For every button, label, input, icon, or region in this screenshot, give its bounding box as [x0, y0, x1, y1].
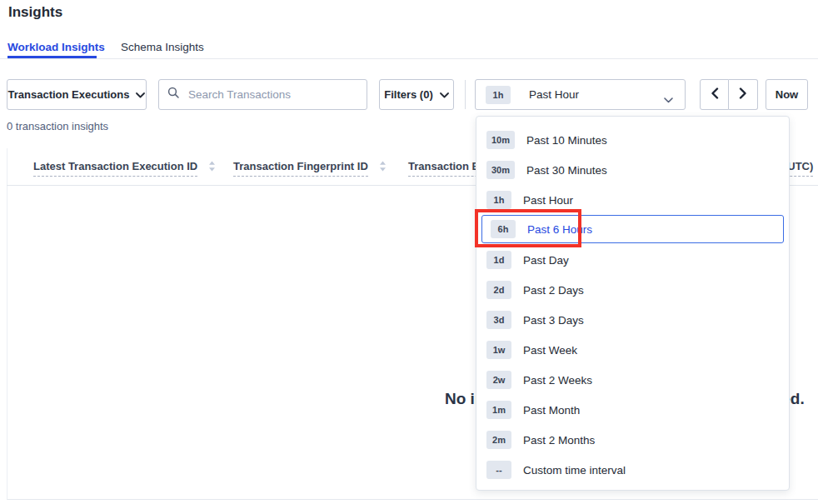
column-header-latest-transaction-execution-id[interactable]: Latest Transaction Execution ID — [33, 160, 216, 177]
page-title: Insights — [8, 4, 62, 21]
execution-type-select-label: Transaction Executions — [8, 88, 130, 101]
previous-interval-button[interactable] — [700, 79, 729, 110]
time-option-badge: 2m — [486, 431, 511, 449]
time-interval-label: Past Hour — [529, 88, 579, 101]
time-option-past-2-days[interactable]: 2d Past 2 Days — [476, 275, 789, 305]
search-box[interactable] — [158, 79, 367, 110]
time-option-badge: 3d — [486, 311, 511, 329]
time-option-badge: 1h — [486, 191, 511, 209]
time-option-past-2-weeks[interactable]: 2w Past 2 Weeks — [476, 365, 789, 395]
filters-button[interactable]: Filters (0) — [379, 79, 454, 110]
time-interval-dropdown: 10m Past 10 Minutes 30m Past 30 Minutes … — [476, 116, 790, 491]
time-option-past-hour[interactable]: 1h Past Hour — [476, 185, 789, 215]
column-header-transaction-fingerprint-id[interactable]: Transaction Fingerprint ID — [233, 160, 387, 177]
time-option-past-2-months[interactable]: 2m Past 2 Months — [476, 425, 789, 455]
insights-count: 0 transaction insights — [7, 120, 108, 132]
sort-arrows-icon[interactable] — [379, 161, 387, 174]
time-option-badge: 1m — [486, 401, 511, 419]
insights-page: Insights Workload Insights Schema Insigh… — [0, 0, 818, 504]
time-option-badge: 2d — [486, 281, 511, 299]
time-option-badge: 2w — [486, 371, 511, 389]
execution-type-select[interactable]: Transaction Executions — [7, 79, 147, 110]
time-option-past-6-hours[interactable]: 6h Past 6 Hours — [481, 215, 784, 243]
time-nav-group — [700, 79, 758, 110]
chevron-right-icon — [739, 87, 747, 102]
chevron-down-icon — [664, 93, 673, 106]
filters-button-label: Filters (0) — [384, 88, 433, 101]
time-option-past-3-days[interactable]: 3d Past 3 Days — [476, 305, 789, 335]
time-interval-select[interactable]: 1h Past Hour — [475, 79, 686, 110]
time-option-badge: 10m — [486, 131, 515, 149]
chevron-down-icon — [136, 88, 145, 101]
time-option-custom-interval[interactable]: -- Custom time interval — [476, 455, 789, 485]
time-option-badge: 1w — [486, 341, 511, 359]
now-button-label: Now — [776, 88, 798, 101]
time-option-past-month[interactable]: 1m Past Month — [476, 395, 789, 425]
tab-schema-insights[interactable]: Schema Insights — [121, 41, 204, 53]
tab-workload-insights[interactable]: Workload Insights — [7, 41, 105, 53]
time-option-badge: 1d — [486, 251, 511, 269]
sort-arrows-icon[interactable] — [208, 161, 216, 174]
now-button[interactable]: Now — [766, 79, 808, 110]
tabs-divider — [0, 58, 818, 59]
time-option-past-10-minutes[interactable]: 10m Past 10 Minutes — [476, 125, 789, 155]
time-option-past-day[interactable]: 1d Past Day — [476, 245, 789, 275]
time-option-badge: -- — [486, 461, 511, 479]
toolbar-divider — [465, 80, 466, 109]
search-icon — [167, 87, 180, 102]
time-option-badge: 6h — [491, 220, 516, 238]
time-interval-badge: 1h — [486, 86, 511, 104]
next-interval-button[interactable] — [729, 79, 758, 110]
time-option-past-week[interactable]: 1w Past Week — [476, 335, 789, 365]
search-input[interactable] — [187, 87, 358, 102]
chevron-down-icon — [440, 88, 449, 101]
time-option-past-30-minutes[interactable]: 30m Past 30 Minutes — [476, 155, 789, 185]
chevron-left-icon — [711, 87, 719, 102]
time-option-badge: 30m — [486, 161, 515, 179]
